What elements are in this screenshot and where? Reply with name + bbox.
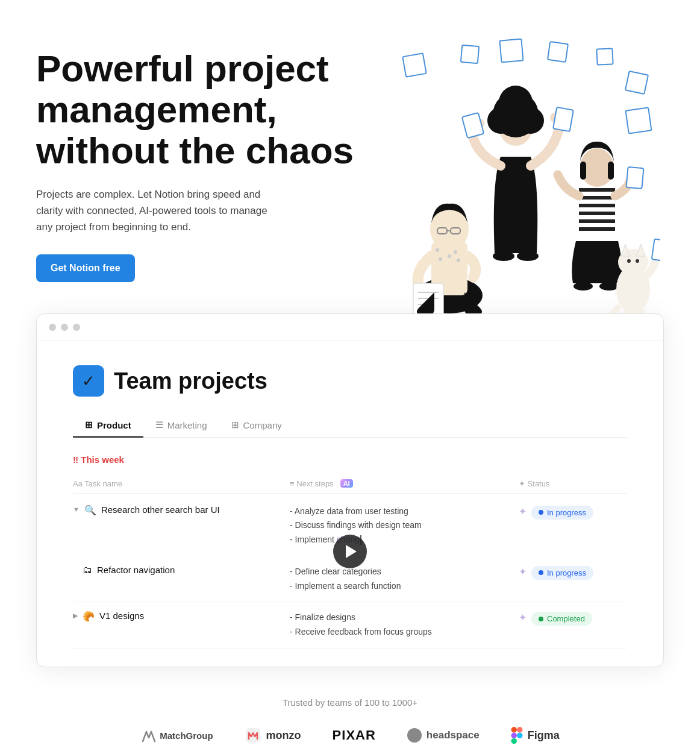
svg-rect-50	[511, 733, 517, 739]
status-badge-3[interactable]: Completed	[531, 612, 592, 626]
table-container: ‼ This week Aa Task name ≡ Next steps AI…	[73, 454, 627, 649]
play-button[interactable]	[333, 535, 367, 568]
section-header: ‼ This week	[73, 454, 627, 465]
pixar-text: PIXAR	[333, 727, 376, 743]
play-triangle-icon	[346, 545, 357, 558]
svg-point-37	[599, 282, 619, 291]
task-toggle-1[interactable]: ▼	[73, 506, 80, 513]
svg-point-24	[517, 251, 539, 261]
tab-product[interactable]: ⊞ Product	[73, 413, 143, 438]
hero-subtitle: Projects are complex. Let Notion bring s…	[36, 186, 277, 236]
trusted-section: Trusted by teams of 100 to 1000+ MatchGr…	[0, 667, 700, 751]
tab-marketing[interactable]: ☰ Marketing	[143, 413, 219, 438]
sparkle-icon-2: ✦	[519, 566, 527, 577]
svg-rect-33	[580, 162, 586, 180]
tab-company-icon: ⊞	[231, 419, 239, 430]
monzo-text: monzo	[266, 729, 301, 742]
figma-icon	[511, 727, 523, 744]
svg-point-42	[627, 259, 631, 263]
status-badge-2[interactable]: In progress	[531, 566, 593, 580]
window-chrome	[37, 314, 663, 341]
app-content: ✓ Team projects ⊞ Product ☰ Marketing ⊞ …	[37, 341, 663, 649]
col-status-label: ✦ Status	[519, 479, 549, 488]
headspace-icon	[407, 728, 422, 743]
task-emoji-1: 🔍	[84, 504, 96, 516]
svg-point-6	[448, 254, 451, 258]
svg-point-7	[457, 259, 460, 262]
table-header: Aa Task name ≡ Next steps AI ✦ Status	[73, 474, 627, 494]
section-header-text: ‼ This week	[73, 454, 124, 465]
col-header-status: ✦ Status	[519, 479, 627, 488]
status-cell-3: ✦ Completed	[519, 611, 627, 626]
svg-point-4	[454, 250, 457, 254]
tab-marketing-icon: ☰	[155, 419, 163, 430]
tab-company-label: Company	[243, 420, 282, 430]
headspace-text: headspace	[427, 729, 480, 741]
task-label-3: V1 designs	[99, 611, 144, 621]
task-toggle-3[interactable]: ▶	[73, 612, 78, 620]
tab-company[interactable]: ⊞ Company	[219, 413, 294, 438]
task-emoji-2: 🗂	[83, 565, 92, 576]
tab-product-icon: ⊞	[85, 419, 93, 430]
svg-rect-29	[579, 212, 615, 215]
task-nextsteps-3[interactable]: - Finalize designs - Receive feedback fr…	[290, 611, 519, 639]
page-icon: ✓	[73, 365, 104, 397]
task-emoji-3: 🥐	[83, 611, 95, 622]
task-nextsteps-2[interactable]: - Define clear categories - Implement a …	[290, 565, 519, 594]
status-cell-1: ✦ In progress	[519, 504, 627, 520]
svg-rect-30	[579, 219, 615, 223]
logos-row: MatchGroup monzo PIXAR headspace	[36, 727, 664, 744]
status-badge-1[interactable]: In progress	[531, 506, 593, 520]
svg-rect-49	[517, 727, 523, 733]
status-dot-2	[539, 570, 543, 575]
app-window: ✓ Team projects ⊞ Product ☰ Marketing ⊞ …	[36, 313, 664, 667]
hero-section: Powerful project management, without the…	[0, 0, 700, 313]
svg-point-5	[439, 257, 442, 261]
task-nextsteps-1[interactable]: - Analyze data from user testing - Discu…	[290, 504, 519, 547]
svg-point-23	[493, 251, 514, 261]
status-text-3: Completed	[547, 614, 585, 623]
logo-monzo: monzo	[245, 727, 301, 744]
task-name-cell-1: ▼ 🔍 Research other search bar UI	[73, 504, 290, 516]
matchgroup-icon	[140, 727, 157, 744]
status-cell-2: ✦ In progress	[519, 565, 627, 580]
col-taskname-label: Aa Task name	[73, 479, 122, 488]
svg-rect-27	[579, 196, 615, 200]
svg-rect-28	[579, 204, 615, 207]
svg-point-52	[517, 733, 523, 739]
svg-rect-31	[579, 227, 615, 231]
col-header-taskname: Aa Task name	[73, 479, 290, 488]
tab-marketing-label: Marketing	[167, 420, 207, 430]
svg-point-43	[636, 259, 639, 263]
status-dot-1	[539, 510, 543, 515]
matchgroup-text: MatchGroup	[160, 731, 213, 741]
ai-badge: AI	[340, 479, 353, 488]
hero-illustration-svg	[371, 48, 660, 313]
svg-rect-51	[511, 738, 517, 744]
sparkle-icon-1: ✦	[519, 506, 527, 517]
svg-rect-47	[246, 728, 260, 743]
window-dot-red	[49, 324, 56, 331]
svg-rect-48	[511, 727, 517, 733]
svg-point-36	[573, 282, 593, 291]
svg-rect-34	[608, 162, 614, 180]
tabs-bar: ⊞ Product ☰ Marketing ⊞ Company	[73, 413, 627, 438]
svg-rect-35	[627, 167, 644, 189]
sparkle-icon-3: ✦	[519, 612, 527, 623]
cta-button[interactable]: Get Notion free	[36, 254, 135, 282]
logo-figma: Figma	[511, 727, 560, 744]
window-dot-yellow	[61, 324, 68, 331]
svg-rect-44	[652, 239, 660, 261]
status-text-1: In progress	[547, 508, 586, 517]
logo-headspace: headspace	[407, 728, 480, 743]
svg-rect-21	[462, 113, 484, 138]
status-dot-3	[539, 617, 543, 621]
task-name-cell-2: ▶ 🗂 Refactor navigation	[73, 565, 290, 576]
page-title: Team projects	[114, 368, 267, 394]
svg-rect-22	[553, 107, 573, 131]
task-label-2: Refactor navigation	[97, 565, 175, 575]
task-label-1: Research other search bar UI	[101, 504, 220, 515]
figma-text: Figma	[528, 729, 560, 742]
task-name-cell-3: ▶ 🥐 V1 designs	[73, 611, 290, 622]
logo-pixar: PIXAR	[333, 727, 376, 743]
